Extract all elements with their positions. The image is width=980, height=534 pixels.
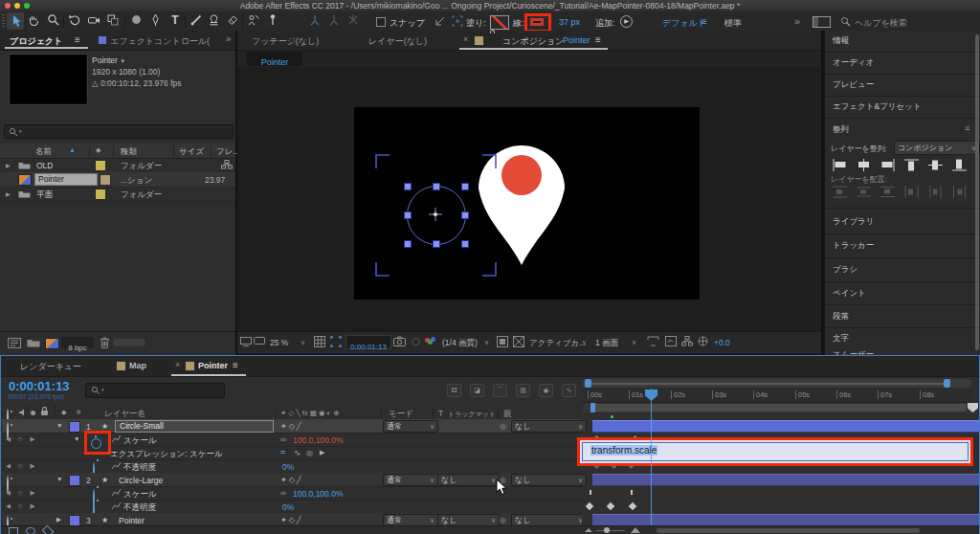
- timeline-button-icon[interactable]: [665, 336, 677, 346]
- panel-brushes[interactable]: ブラシ: [825, 258, 980, 282]
- axis-world-icon[interactable]: [327, 13, 341, 27]
- snap-angle-icon[interactable]: [434, 14, 447, 28]
- panel-paint[interactable]: ペイント: [825, 282, 980, 305]
- show-snapshot-icon[interactable]: [411, 337, 421, 346]
- graph-toggle-icon[interactable]: [112, 489, 121, 497]
- zoom-in-mountain-icon[interactable]: [631, 527, 640, 533]
- snap-bounds-icon[interactable]: [451, 14, 464, 28]
- property-row-opacity-1[interactable]: ◀ ◇ ▶ 不透明度 0%: [2, 459, 582, 474]
- camera-tool-button[interactable]: [87, 13, 100, 27]
- track-matte-dropdown[interactable]: なし∨: [437, 514, 500, 525]
- property-row-opacity-2[interactable]: ◀ ◇ ▶ 不透明度 0%: [2, 500, 582, 514]
- tab-effect-controls[interactable]: エフェクトコントロール(: [110, 35, 210, 48]
- always-preview-icon[interactable]: [240, 337, 252, 346]
- align-right-icon[interactable]: [880, 159, 895, 171]
- eye-icon[interactable]: [7, 516, 9, 525]
- add-label[interactable]: 追加:: [595, 17, 615, 30]
- zoom-out-mountain-icon[interactable]: [585, 528, 592, 532]
- blend-mode-dropdown[interactable]: 通常∨: [383, 474, 438, 486]
- layer-name-column[interactable]: レイヤー名: [104, 409, 145, 420]
- matte-column[interactable]: トラックマット: [448, 410, 496, 419]
- layer-name-box[interactable]: Circle-Small: [115, 420, 274, 433]
- resolution-chevron-icon[interactable]: ∨: [484, 339, 489, 346]
- track-matte-dropdown[interactable]: なし∨: [437, 474, 500, 486]
- view-layout-dropdown[interactable]: 1 画面: [595, 338, 618, 349]
- col-size[interactable]: サイズ: [179, 146, 204, 158]
- item-name[interactable]: 平面: [36, 189, 53, 201]
- exposure-value[interactable]: +0.0: [714, 338, 730, 347]
- layer-label-chip[interactable]: [69, 515, 80, 525]
- label-chip[interactable]: [100, 174, 111, 186]
- parent-dropdown[interactable]: なし∨: [511, 514, 582, 525]
- roto-brush-tool-button[interactable]: [247, 13, 260, 27]
- parent-pickwhip-icon[interactable]: ◎: [500, 422, 506, 431]
- fill-swatch[interactable]: [490, 15, 509, 30]
- frame-blend-master-icon[interactable]: [9, 527, 18, 534]
- workspace-overflow-icon[interactable]: »: [794, 15, 800, 27]
- timeline-search-input[interactable]: ▾: [85, 383, 225, 398]
- panel-effects-presets[interactable]: エフェクト&プリセット: [825, 97, 980, 119]
- property-name[interactable]: 不透明度: [123, 462, 156, 474]
- parent-dropdown[interactable]: なし∨: [511, 474, 587, 486]
- align-top-icon[interactable]: [904, 159, 919, 171]
- timeline-zoom-knob[interactable]: [604, 527, 610, 533]
- brush-tool-button[interactable]: [189, 13, 203, 27]
- draft-3d-icon[interactable]: ◪: [470, 384, 484, 397]
- new-composition-icon[interactable]: [45, 338, 59, 349]
- tab-map[interactable]: Map: [129, 361, 146, 370]
- right-panel-scrollbar[interactable]: [975, 34, 979, 350]
- rotate-tool-button[interactable]: [68, 13, 81, 27]
- playhead-line[interactable]: [651, 389, 652, 525]
- tab-comp-name[interactable]: Pointer: [563, 35, 590, 45]
- tab-comp-close-icon[interactable]: ×: [463, 34, 468, 44]
- twirl-closed-icon[interactable]: ▶: [6, 190, 11, 197]
- navigator-start-handle[interactable]: [585, 379, 591, 388]
- distribute-bottom-icon[interactable]: [880, 186, 895, 198]
- align-hcenter-icon[interactable]: [857, 159, 871, 171]
- property-name[interactable]: スケール: [123, 489, 157, 501]
- text-tool-button[interactable]: T: [168, 13, 182, 27]
- help-search-icon[interactable]: [840, 16, 851, 27]
- fill-label[interactable]: 塗り:: [466, 17, 486, 30]
- toolbar-grip[interactable]: [2, 14, 5, 28]
- layer-name[interactable]: Pointer: [119, 516, 145, 525]
- align-bottom-icon[interactable]: [952, 159, 967, 171]
- property-value[interactable]: 0%: [282, 502, 294, 512]
- zoom-chevron-icon[interactable]: ∨: [301, 339, 305, 346]
- align-vcenter-icon[interactable]: [928, 159, 943, 171]
- selection-tool-button[interactable]: [7, 12, 24, 30]
- time-navigator[interactable]: [583, 379, 971, 388]
- viewer-timecode-box[interactable]: 0:00:01:13: [345, 335, 391, 349]
- expression-pickwhip-icon[interactable]: ◎: [306, 449, 313, 457]
- parent-dropdown[interactable]: なし∨: [511, 420, 587, 433]
- camera-dropdown[interactable]: アクティブカ...: [529, 338, 586, 349]
- tab-comp-label[interactable]: コンポジション: [502, 35, 564, 48]
- property-value[interactable]: 0%: [282, 462, 294, 472]
- roi-icon[interactable]: [330, 336, 342, 347]
- timeline-hscrollbar[interactable]: [657, 528, 920, 533]
- camera-chevron-icon[interactable]: ∨: [582, 339, 587, 346]
- label-chip[interactable]: [95, 160, 106, 171]
- work-area-track[interactable]: [583, 403, 971, 412]
- viewer-tab-menu-icon[interactable]: ≡: [595, 34, 601, 45]
- dimension-link-icon[interactable]: ∞: [280, 488, 286, 498]
- dimension-link-icon[interactable]: ∞: [280, 434, 286, 444]
- align-title[interactable]: 整列: [833, 124, 849, 136]
- graph-editor-icon[interactable]: ∿: [562, 384, 576, 397]
- frame-blend-icon[interactable]: ▥: [516, 384, 530, 397]
- new-folder-icon[interactable]: [27, 338, 40, 347]
- project-row-old[interactable]: ▶ OLD フォルダー: [0, 158, 235, 173]
- layer-row-pointer[interactable]: ▶ 3 ★ Pointer ✦◇╱ 通常∨ なし∨ ◎ なし∨: [2, 513, 582, 525]
- panel-info[interactable]: 情報: [825, 31, 980, 53]
- workspace-standard-button[interactable]: 標準: [724, 17, 742, 30]
- viewer-subtab[interactable]: Pointer: [247, 52, 302, 66]
- channels-icon[interactable]: [425, 337, 436, 345]
- snapshot-icon[interactable]: [393, 336, 406, 346]
- stroke-swatch[interactable]: [530, 18, 544, 26]
- time-ruler[interactable]: 00s 01s 02s 03s 04s 05s 06s 07s 08s: [583, 389, 971, 403]
- tab-layer[interactable]: レイヤー(なし): [368, 35, 427, 48]
- resolution-dropdown[interactable]: (1/4 画質): [442, 338, 478, 349]
- col-label-tag-icon[interactable]: ◆: [96, 146, 100, 154]
- motion-blur-master-icon[interactable]: [26, 527, 35, 534]
- axis-local-icon[interactable]: [308, 13, 322, 27]
